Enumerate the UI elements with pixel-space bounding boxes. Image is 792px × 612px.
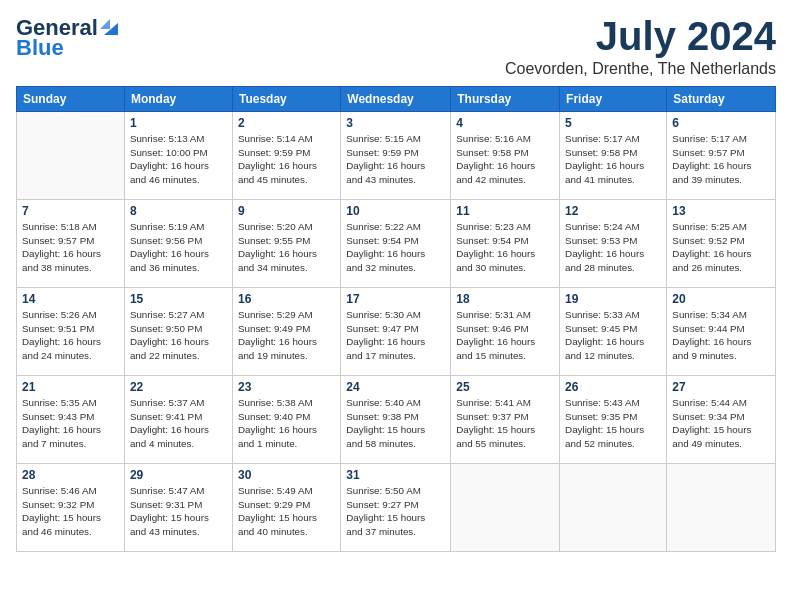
logo-blue: Blue xyxy=(16,36,118,60)
day-info: Sunrise: 5:41 AM Sunset: 9:37 PM Dayligh… xyxy=(456,396,554,451)
month-title: July 2024 xyxy=(505,16,776,56)
calendar-cell: 25Sunrise: 5:41 AM Sunset: 9:37 PM Dayli… xyxy=(451,376,560,464)
calendar-week-row: 21Sunrise: 5:35 AM Sunset: 9:43 PM Dayli… xyxy=(17,376,776,464)
day-number: 2 xyxy=(238,116,335,130)
location-title: Coevorden, Drenthe, The Netherlands xyxy=(505,60,776,78)
calendar-cell: 1Sunrise: 5:13 AM Sunset: 10:00 PM Dayli… xyxy=(124,112,232,200)
calendar-cell: 26Sunrise: 5:43 AM Sunset: 9:35 PM Dayli… xyxy=(560,376,667,464)
calendar-cell: 10Sunrise: 5:22 AM Sunset: 9:54 PM Dayli… xyxy=(341,200,451,288)
calendar-cell: 22Sunrise: 5:37 AM Sunset: 9:41 PM Dayli… xyxy=(124,376,232,464)
day-info: Sunrise: 5:26 AM Sunset: 9:51 PM Dayligh… xyxy=(22,308,119,363)
day-info: Sunrise: 5:31 AM Sunset: 9:46 PM Dayligh… xyxy=(456,308,554,363)
calendar-cell: 21Sunrise: 5:35 AM Sunset: 9:43 PM Dayli… xyxy=(17,376,125,464)
day-info: Sunrise: 5:38 AM Sunset: 9:40 PM Dayligh… xyxy=(238,396,335,451)
calendar-cell: 31Sunrise: 5:50 AM Sunset: 9:27 PM Dayli… xyxy=(341,464,451,552)
day-number: 14 xyxy=(22,292,119,306)
day-number: 27 xyxy=(672,380,770,394)
day-number: 22 xyxy=(130,380,227,394)
title-block: July 2024 Coevorden, Drenthe, The Nether… xyxy=(505,16,776,78)
calendar-header-row: SundayMondayTuesdayWednesdayThursdayFrid… xyxy=(17,87,776,112)
calendar-cell xyxy=(560,464,667,552)
weekday-header-sunday: Sunday xyxy=(17,87,125,112)
day-info: Sunrise: 5:16 AM Sunset: 9:58 PM Dayligh… xyxy=(456,132,554,187)
day-info: Sunrise: 5:30 AM Sunset: 9:47 PM Dayligh… xyxy=(346,308,445,363)
calendar-cell: 9Sunrise: 5:20 AM Sunset: 9:55 PM Daylig… xyxy=(232,200,340,288)
calendar-cell: 28Sunrise: 5:46 AM Sunset: 9:32 PM Dayli… xyxy=(17,464,125,552)
day-info: Sunrise: 5:13 AM Sunset: 10:00 PM Daylig… xyxy=(130,132,227,187)
day-number: 25 xyxy=(456,380,554,394)
day-number: 11 xyxy=(456,204,554,218)
calendar-cell: 12Sunrise: 5:24 AM Sunset: 9:53 PM Dayli… xyxy=(560,200,667,288)
day-info: Sunrise: 5:20 AM Sunset: 9:55 PM Dayligh… xyxy=(238,220,335,275)
calendar-cell: 8Sunrise: 5:19 AM Sunset: 9:56 PM Daylig… xyxy=(124,200,232,288)
day-info: Sunrise: 5:37 AM Sunset: 9:41 PM Dayligh… xyxy=(130,396,227,451)
calendar-cell: 23Sunrise: 5:38 AM Sunset: 9:40 PM Dayli… xyxy=(232,376,340,464)
day-number: 20 xyxy=(672,292,770,306)
day-number: 12 xyxy=(565,204,661,218)
day-number: 17 xyxy=(346,292,445,306)
calendar-cell: 7Sunrise: 5:18 AM Sunset: 9:57 PM Daylig… xyxy=(17,200,125,288)
weekday-header-thursday: Thursday xyxy=(451,87,560,112)
day-number: 21 xyxy=(22,380,119,394)
day-info: Sunrise: 5:19 AM Sunset: 9:56 PM Dayligh… xyxy=(130,220,227,275)
day-info: Sunrise: 5:27 AM Sunset: 9:50 PM Dayligh… xyxy=(130,308,227,363)
day-info: Sunrise: 5:22 AM Sunset: 9:54 PM Dayligh… xyxy=(346,220,445,275)
day-info: Sunrise: 5:14 AM Sunset: 9:59 PM Dayligh… xyxy=(238,132,335,187)
calendar-cell: 5Sunrise: 5:17 AM Sunset: 9:58 PM Daylig… xyxy=(560,112,667,200)
day-number: 15 xyxy=(130,292,227,306)
calendar-cell: 13Sunrise: 5:25 AM Sunset: 9:52 PM Dayli… xyxy=(667,200,776,288)
calendar-cell: 14Sunrise: 5:26 AM Sunset: 9:51 PM Dayli… xyxy=(17,288,125,376)
calendar-cell: 17Sunrise: 5:30 AM Sunset: 9:47 PM Dayli… xyxy=(341,288,451,376)
day-number: 26 xyxy=(565,380,661,394)
calendar-cell: 29Sunrise: 5:47 AM Sunset: 9:31 PM Dayli… xyxy=(124,464,232,552)
day-number: 23 xyxy=(238,380,335,394)
day-number: 4 xyxy=(456,116,554,130)
day-number: 24 xyxy=(346,380,445,394)
weekday-header-friday: Friday xyxy=(560,87,667,112)
day-number: 13 xyxy=(672,204,770,218)
day-info: Sunrise: 5:33 AM Sunset: 9:45 PM Dayligh… xyxy=(565,308,661,363)
weekday-header-saturday: Saturday xyxy=(667,87,776,112)
day-number: 29 xyxy=(130,468,227,482)
calendar-cell xyxy=(667,464,776,552)
calendar-cell: 18Sunrise: 5:31 AM Sunset: 9:46 PM Dayli… xyxy=(451,288,560,376)
day-number: 18 xyxy=(456,292,554,306)
day-info: Sunrise: 5:47 AM Sunset: 9:31 PM Dayligh… xyxy=(130,484,227,539)
day-info: Sunrise: 5:43 AM Sunset: 9:35 PM Dayligh… xyxy=(565,396,661,451)
calendar-cell: 3Sunrise: 5:15 AM Sunset: 9:59 PM Daylig… xyxy=(341,112,451,200)
calendar-week-row: 28Sunrise: 5:46 AM Sunset: 9:32 PM Dayli… xyxy=(17,464,776,552)
calendar-cell: 30Sunrise: 5:49 AM Sunset: 9:29 PM Dayli… xyxy=(232,464,340,552)
calendar-cell: 16Sunrise: 5:29 AM Sunset: 9:49 PM Dayli… xyxy=(232,288,340,376)
calendar-week-row: 1Sunrise: 5:13 AM Sunset: 10:00 PM Dayli… xyxy=(17,112,776,200)
day-info: Sunrise: 5:29 AM Sunset: 9:49 PM Dayligh… xyxy=(238,308,335,363)
calendar-cell: 15Sunrise: 5:27 AM Sunset: 9:50 PM Dayli… xyxy=(124,288,232,376)
calendar-cell: 6Sunrise: 5:17 AM Sunset: 9:57 PM Daylig… xyxy=(667,112,776,200)
day-number: 3 xyxy=(346,116,445,130)
calendar-cell: 4Sunrise: 5:16 AM Sunset: 9:58 PM Daylig… xyxy=(451,112,560,200)
weekday-header-monday: Monday xyxy=(124,87,232,112)
day-number: 8 xyxy=(130,204,227,218)
day-number: 19 xyxy=(565,292,661,306)
day-info: Sunrise: 5:44 AM Sunset: 9:34 PM Dayligh… xyxy=(672,396,770,451)
calendar-cell: 27Sunrise: 5:44 AM Sunset: 9:34 PM Dayli… xyxy=(667,376,776,464)
day-info: Sunrise: 5:23 AM Sunset: 9:54 PM Dayligh… xyxy=(456,220,554,275)
day-info: Sunrise: 5:49 AM Sunset: 9:29 PM Dayligh… xyxy=(238,484,335,539)
day-info: Sunrise: 5:40 AM Sunset: 9:38 PM Dayligh… xyxy=(346,396,445,451)
day-number: 28 xyxy=(22,468,119,482)
weekday-header-wednesday: Wednesday xyxy=(341,87,451,112)
day-number: 1 xyxy=(130,116,227,130)
day-info: Sunrise: 5:50 AM Sunset: 9:27 PM Dayligh… xyxy=(346,484,445,539)
day-info: Sunrise: 5:15 AM Sunset: 9:59 PM Dayligh… xyxy=(346,132,445,187)
day-number: 5 xyxy=(565,116,661,130)
calendar-table: SundayMondayTuesdayWednesdayThursdayFrid… xyxy=(16,86,776,552)
day-number: 9 xyxy=(238,204,335,218)
weekday-header-tuesday: Tuesday xyxy=(232,87,340,112)
page-header: General Blue July 2024 Coevorden, Drenth… xyxy=(16,16,776,78)
day-info: Sunrise: 5:34 AM Sunset: 9:44 PM Dayligh… xyxy=(672,308,770,363)
calendar-cell xyxy=(451,464,560,552)
day-info: Sunrise: 5:25 AM Sunset: 9:52 PM Dayligh… xyxy=(672,220,770,275)
day-info: Sunrise: 5:17 AM Sunset: 9:57 PM Dayligh… xyxy=(672,132,770,187)
day-info: Sunrise: 5:35 AM Sunset: 9:43 PM Dayligh… xyxy=(22,396,119,451)
calendar-cell: 20Sunrise: 5:34 AM Sunset: 9:44 PM Dayli… xyxy=(667,288,776,376)
day-number: 16 xyxy=(238,292,335,306)
